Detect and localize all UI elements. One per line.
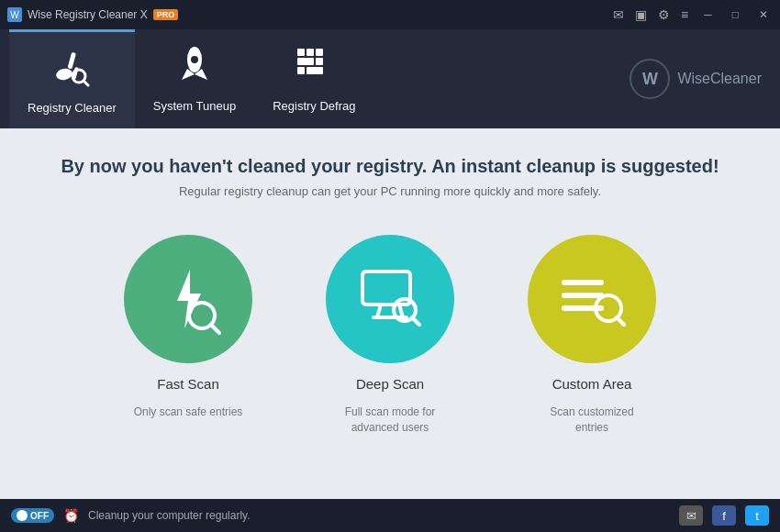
email-social-button[interactable]: ✉	[679, 505, 703, 526]
auto-cleanup-toggle[interactable]: OFF	[11, 508, 54, 523]
svg-line-29	[617, 317, 624, 325]
svg-rect-0	[68, 51, 76, 69]
nav-label-system-tuneup: System Tuneup	[153, 99, 236, 113]
svg-point-1	[56, 67, 74, 81]
close-button[interactable]: ✕	[754, 6, 773, 23]
pro-badge: PRO	[153, 9, 179, 20]
fast-scan-title: Fast Scan	[157, 376, 219, 392]
svg-line-21	[399, 305, 403, 317]
svg-line-20	[377, 305, 381, 317]
deep-scan-option[interactable]: Deep Scan Full scan mode for advanced us…	[326, 235, 454, 436]
clock-icon: ⏰	[63, 508, 79, 523]
main-headline: By now you haven't cleaned your registry…	[61, 156, 719, 177]
nav-label-registry-defrag: Registry Defrag	[273, 99, 355, 113]
custom-area-option[interactable]: Custom Area Scan customized entries	[528, 235, 656, 436]
svg-point-8	[191, 56, 198, 63]
toggle-dot	[17, 510, 28, 521]
facebook-button[interactable]: f	[712, 505, 736, 526]
svg-line-18	[211, 325, 219, 333]
status-message: Cleanup your computer regularly.	[88, 509, 251, 522]
svg-rect-12	[297, 58, 314, 65]
minimize-button[interactable]: ─	[699, 6, 717, 23]
logo-circle: W	[630, 59, 670, 99]
wisecleaner-logo: W WiseCleaner	[630, 59, 762, 99]
settings-icon[interactable]: ⚙	[658, 8, 670, 21]
svg-rect-9	[297, 49, 305, 56]
deep-scan-desc: Full scan mode for advanced users	[330, 405, 450, 436]
nav-item-registry-cleaner[interactable]: Registry Cleaner	[9, 29, 135, 128]
main-subheadline: Regular registry cleanup can get your PC…	[179, 184, 601, 198]
title-bar: W Wise Registry Cleaner X PRO ✉ ▣ ⚙ ≡ ─ …	[0, 0, 780, 29]
logo-text: WiseCleaner	[677, 71, 762, 87]
maximize-button[interactable]: □	[728, 6, 743, 23]
title-bar-left: W Wise Registry Cleaner X PRO	[7, 7, 178, 22]
svg-rect-11	[316, 49, 323, 56]
custom-area-title: Custom Area	[552, 376, 632, 392]
svg-line-24	[412, 317, 419, 325]
status-bar: OFF ⏰ Cleanup your computer regularly. ✉…	[0, 499, 780, 532]
app-icon: W	[7, 7, 22, 22]
menu-icon[interactable]: ≡	[681, 8, 688, 21]
nav-item-system-tuneup[interactable]: System Tuneup	[135, 29, 254, 128]
custom-area-circle	[528, 235, 656, 363]
twitter-button[interactable]: t	[745, 505, 769, 526]
svg-rect-10	[306, 49, 314, 56]
system-tuneup-icon	[174, 45, 215, 94]
deep-scan-circle	[326, 235, 454, 363]
app-title: Wise Registry Cleaner X	[28, 8, 148, 21]
svg-rect-14	[297, 67, 305, 74]
fast-scan-option[interactable]: Fast Scan Only scan safe entries	[124, 235, 252, 420]
main-content: By now you haven't cleaned your registry…	[0, 128, 780, 499]
fast-scan-circle	[124, 235, 252, 363]
status-bar-left: OFF ⏰ Cleanup your computer regularly.	[11, 508, 251, 523]
svg-line-4	[84, 81, 88, 85]
title-bar-controls: ✉ ▣ ⚙ ≡ ─ □ ✕	[613, 6, 773, 23]
svg-rect-15	[306, 67, 323, 74]
registry-defrag-icon	[294, 45, 334, 94]
nav-item-registry-defrag[interactable]: Registry Defrag	[254, 29, 373, 128]
svg-rect-13	[316, 58, 323, 65]
custom-area-desc: Scan customized entries	[532, 405, 652, 436]
chat-icon[interactable]: ▣	[635, 8, 647, 21]
fast-scan-desc: Only scan safe entries	[134, 405, 243, 420]
deep-scan-title: Deep Scan	[356, 376, 424, 392]
registry-cleaner-icon	[51, 47, 92, 95]
status-bar-right: ✉ f t	[679, 505, 769, 526]
email-icon[interactable]: ✉	[613, 8, 624, 21]
scan-options: Fast Scan Only scan safe entries Deep Sc…	[124, 235, 656, 436]
nav-bar: Registry Cleaner System Tuneup	[0, 29, 780, 128]
nav-label-registry-cleaner: Registry Cleaner	[28, 101, 117, 115]
